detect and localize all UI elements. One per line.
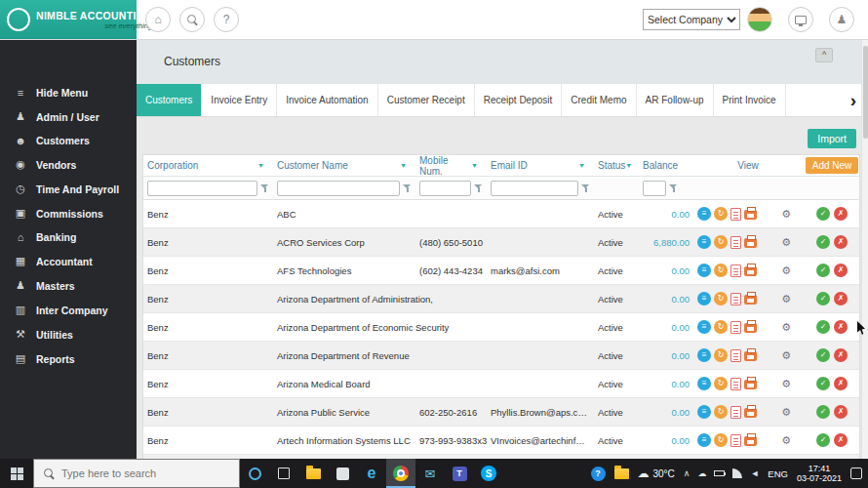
sidebar-item[interactable]: ⚒ Utilities	[0, 322, 137, 346]
volume-icon[interactable]: ◄	[750, 468, 759, 478]
display-button[interactable]	[788, 7, 813, 32]
get-help-icon[interactable]: ?	[591, 467, 606, 481]
chrome-button[interactable]	[386, 459, 415, 488]
column-header[interactable]: Customer Name ▼	[273, 155, 415, 177]
settings-gear-icon[interactable]: ⚙	[781, 236, 791, 249]
sort-arrow-icon[interactable]: ▼	[578, 162, 585, 169]
view-details-icon[interactable]: ≡	[697, 405, 711, 419]
sort-arrow-icon[interactable]: ▼	[257, 162, 264, 169]
sidebar-item[interactable]: ▤ Reports	[0, 346, 137, 371]
delete-icon[interactable]: ✗	[834, 433, 848, 447]
view-details-icon[interactable]: ≡	[697, 377, 711, 390]
print-icon[interactable]	[744, 436, 757, 446]
tab[interactable]: Invoice Automation	[277, 84, 378, 116]
taskbar-search[interactable]	[33, 459, 240, 488]
delete-icon[interactable]: ✗	[834, 207, 848, 221]
tab[interactable]: Customers	[137, 84, 202, 116]
sort-arrow-icon[interactable]: ▼	[400, 162, 407, 169]
scrollbar-thumb[interactable]	[863, 46, 868, 139]
taskbar-clock[interactable]: 17:41 03-07-2021	[797, 464, 842, 483]
invoice-document-icon[interactable]	[730, 208, 741, 221]
sidebar-item[interactable]: ≡ Hide Menu	[0, 81, 137, 104]
task-view-button[interactable]	[269, 459, 298, 488]
view-details-icon[interactable]: ≡	[697, 433, 711, 447]
filter-funnel-icon[interactable]	[403, 183, 412, 193]
column-header[interactable]: Email ID ▼	[487, 155, 594, 177]
print-icon[interactable]	[744, 380, 757, 389]
transactions-icon[interactable]: ↻	[714, 292, 728, 305]
delete-icon[interactable]: ✗	[834, 292, 848, 305]
network-icon[interactable]	[732, 468, 742, 478]
transactions-icon[interactable]: ↻	[714, 405, 728, 419]
delete-icon[interactable]: ✗	[834, 235, 848, 249]
invoice-document-icon[interactable]	[730, 236, 741, 249]
language-indicator[interactable]: ENG	[768, 468, 788, 479]
column-header[interactable]: View ▼	[693, 155, 803, 177]
filter-corporation-input[interactable]	[147, 181, 257, 196]
column-header[interactable]: Mobile Num. ▼	[415, 155, 487, 177]
settings-gear-icon[interactable]: ⚙	[781, 378, 791, 390]
print-icon[interactable]	[744, 266, 757, 276]
activate-icon[interactable]: ✓	[816, 292, 830, 305]
table-row[interactable]: Benz Artech Information Systems LLC 973-…	[143, 427, 859, 455]
tab[interactable]: Print Invoice	[714, 84, 786, 116]
invoice-document-icon[interactable]	[730, 293, 741, 305]
activate-icon[interactable]: ✓	[816, 377, 830, 390]
table-row[interactable]: Benz ABC Active 0.00 ≡ ↻ ⚙ ✓ ✗	[143, 200, 859, 228]
invoice-document-icon[interactable]	[730, 406, 741, 419]
settings-gear-icon[interactable]: ⚙	[781, 321, 791, 334]
table-row[interactable]: Benz ACRO Services Corp (480) 650-5010 A…	[143, 228, 859, 257]
column-header[interactable]: Status ▼	[594, 155, 639, 177]
invoice-document-icon[interactable]	[730, 321, 741, 334]
sort-arrow-icon[interactable]: ▼	[625, 162, 632, 169]
table-row[interactable]: Benz Arizona Medical Board Active 0.00 ≡…	[143, 370, 859, 398]
sidebar-item[interactable]: ☻ Customers	[0, 129, 137, 152]
filter-funnel-icon[interactable]	[474, 183, 483, 193]
transactions-icon[interactable]: ↻	[714, 235, 728, 249]
settings-gear-icon[interactable]: ⚙	[781, 349, 791, 362]
table-row[interactable]: Benz Arizona Department of Administratio…	[143, 285, 859, 313]
delete-icon[interactable]: ✗	[834, 264, 848, 277]
skype-button[interactable]: S	[474, 459, 503, 488]
filter-balance-input[interactable]	[643, 181, 666, 196]
vertical-scrollbar[interactable]	[861, 40, 868, 459]
settings-gear-icon[interactable]: ⚙	[781, 208, 791, 221]
filter-mobile-input[interactable]	[419, 181, 471, 196]
cortana-button[interactable]	[240, 459, 269, 488]
tabs-overflow-chevron-icon[interactable]: ›	[850, 91, 856, 109]
transactions-icon[interactable]: ↻	[714, 433, 728, 447]
action-center-icon[interactable]	[850, 468, 862, 479]
print-icon[interactable]	[744, 238, 757, 248]
select-company-dropdown[interactable]: Select Company	[643, 9, 740, 30]
search-button[interactable]	[179, 7, 205, 32]
tab[interactable]: Receipt Deposit	[475, 84, 563, 116]
weather-widget[interactable]: ☁ 30°C	[638, 467, 675, 480]
view-details-icon[interactable]: ≡	[697, 264, 711, 277]
view-details-icon[interactable]: ≡	[697, 348, 711, 362]
view-details-icon[interactable]: ≡	[697, 320, 711, 334]
invoice-document-icon[interactable]	[730, 378, 741, 390]
activate-icon[interactable]: ✓	[816, 348, 830, 362]
delete-icon[interactable]: ✗	[834, 348, 848, 362]
file-explorer-button[interactable]	[298, 459, 328, 488]
tab[interactable]: Credit Memo	[562, 84, 636, 116]
invoice-document-icon[interactable]	[730, 349, 741, 362]
column-header[interactable]: Balance ▼	[639, 155, 693, 177]
print-icon[interactable]	[744, 210, 757, 220]
view-details-icon[interactable]: ≡	[697, 292, 711, 305]
transactions-icon[interactable]: ↻	[714, 207, 728, 221]
settings-gear-icon[interactable]: ⚙	[781, 434, 791, 447]
filter-customer-name-input[interactable]	[277, 181, 400, 196]
sidebar-item[interactable]: ▣ Commissions	[0, 201, 137, 225]
transactions-icon[interactable]: ↻	[714, 348, 728, 362]
start-button[interactable]	[0, 459, 33, 488]
print-icon[interactable]	[744, 408, 757, 418]
invoice-document-icon[interactable]	[730, 434, 741, 447]
tab[interactable]: AR Follow-up	[637, 84, 714, 116]
table-row[interactable]: Benz Arizona Public Service 602-250-2616…	[143, 398, 859, 427]
table-row[interactable]: Benz AFS Technologies (602) 443-4234 mar…	[143, 257, 859, 285]
delete-icon[interactable]: ✗	[834, 320, 848, 334]
activate-icon[interactable]: ✓	[816, 405, 830, 419]
sidebar-item[interactable]: ♟ Masters	[0, 273, 137, 298]
filter-funnel-icon[interactable]	[581, 183, 590, 193]
